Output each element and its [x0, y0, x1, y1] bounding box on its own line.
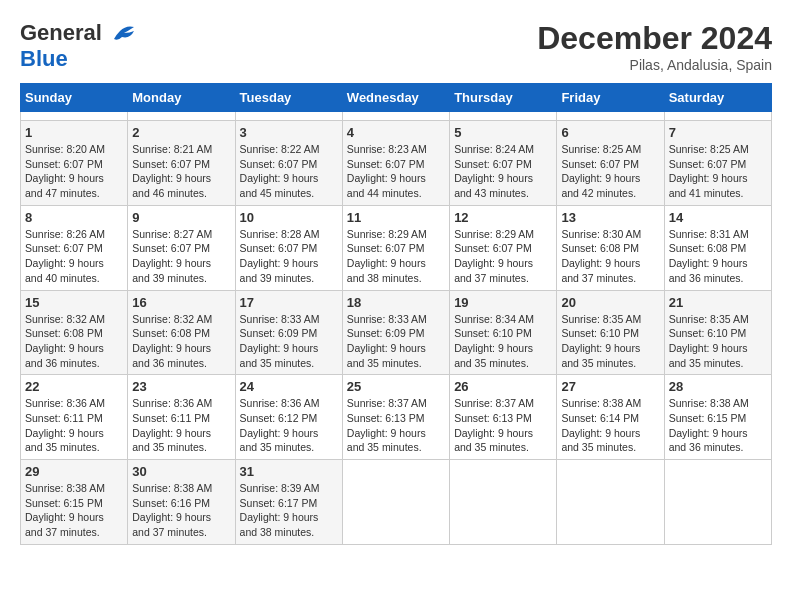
table-row — [557, 112, 664, 121]
table-row: 6Sunrise: 8:25 AMSunset: 6:07 PMDaylight… — [557, 121, 664, 206]
day-info: Sunrise: 8:26 AMSunset: 6:07 PMDaylight:… — [25, 227, 123, 286]
table-row: 11Sunrise: 8:29 AMSunset: 6:07 PMDayligh… — [342, 205, 449, 290]
day-number: 22 — [25, 379, 123, 394]
table-row — [664, 112, 771, 121]
calendar-table: Sunday Monday Tuesday Wednesday Thursday… — [20, 83, 772, 545]
header-monday: Monday — [128, 84, 235, 112]
day-number: 4 — [347, 125, 445, 140]
day-info: Sunrise: 8:32 AMSunset: 6:08 PMDaylight:… — [25, 312, 123, 371]
table-row — [450, 460, 557, 545]
day-info: Sunrise: 8:22 AMSunset: 6:07 PMDaylight:… — [240, 142, 338, 201]
day-info: Sunrise: 8:38 AMSunset: 6:15 PMDaylight:… — [25, 481, 123, 540]
logo-blue: Blue — [20, 46, 68, 71]
table-row — [557, 460, 664, 545]
header-wednesday: Wednesday — [342, 84, 449, 112]
day-info: Sunrise: 8:34 AMSunset: 6:10 PMDaylight:… — [454, 312, 552, 371]
day-number: 8 — [25, 210, 123, 225]
day-number: 21 — [669, 295, 767, 310]
day-number: 16 — [132, 295, 230, 310]
day-info: Sunrise: 8:25 AMSunset: 6:07 PMDaylight:… — [561, 142, 659, 201]
day-info: Sunrise: 8:36 AMSunset: 6:12 PMDaylight:… — [240, 396, 338, 455]
day-info: Sunrise: 8:23 AMSunset: 6:07 PMDaylight:… — [347, 142, 445, 201]
table-row: 15Sunrise: 8:32 AMSunset: 6:08 PMDayligh… — [21, 290, 128, 375]
location-title: Pilas, Andalusia, Spain — [537, 57, 772, 73]
day-number: 19 — [454, 295, 552, 310]
day-info: Sunrise: 8:38 AMSunset: 6:15 PMDaylight:… — [669, 396, 767, 455]
title-section: December 2024 Pilas, Andalusia, Spain — [537, 20, 772, 73]
day-info: Sunrise: 8:24 AMSunset: 6:07 PMDaylight:… — [454, 142, 552, 201]
day-info: Sunrise: 8:37 AMSunset: 6:13 PMDaylight:… — [347, 396, 445, 455]
day-info: Sunrise: 8:21 AMSunset: 6:07 PMDaylight:… — [132, 142, 230, 201]
table-row — [450, 112, 557, 121]
page-header: General Blue December 2024 Pilas, Andalu… — [20, 20, 772, 73]
table-row: 7Sunrise: 8:25 AMSunset: 6:07 PMDaylight… — [664, 121, 771, 206]
header-tuesday: Tuesday — [235, 84, 342, 112]
logo-bird-icon — [106, 23, 134, 43]
day-number: 14 — [669, 210, 767, 225]
day-info: Sunrise: 8:37 AMSunset: 6:13 PMDaylight:… — [454, 396, 552, 455]
day-number: 12 — [454, 210, 552, 225]
table-row: 24Sunrise: 8:36 AMSunset: 6:12 PMDayligh… — [235, 375, 342, 460]
day-number: 24 — [240, 379, 338, 394]
header-saturday: Saturday — [664, 84, 771, 112]
table-row: 8Sunrise: 8:26 AMSunset: 6:07 PMDaylight… — [21, 205, 128, 290]
day-number: 7 — [669, 125, 767, 140]
logo: General Blue — [20, 20, 134, 72]
table-row: 14Sunrise: 8:31 AMSunset: 6:08 PMDayligh… — [664, 205, 771, 290]
day-info: Sunrise: 8:38 AMSunset: 6:14 PMDaylight:… — [561, 396, 659, 455]
day-info: Sunrise: 8:25 AMSunset: 6:07 PMDaylight:… — [669, 142, 767, 201]
table-row: 31Sunrise: 8:39 AMSunset: 6:17 PMDayligh… — [235, 460, 342, 545]
day-number: 3 — [240, 125, 338, 140]
table-row — [21, 112, 128, 121]
day-info: Sunrise: 8:38 AMSunset: 6:16 PMDaylight:… — [132, 481, 230, 540]
calendar-week-row: 1Sunrise: 8:20 AMSunset: 6:07 PMDaylight… — [21, 121, 772, 206]
table-row: 27Sunrise: 8:38 AMSunset: 6:14 PMDayligh… — [557, 375, 664, 460]
day-info: Sunrise: 8:36 AMSunset: 6:11 PMDaylight:… — [132, 396, 230, 455]
day-number: 10 — [240, 210, 338, 225]
table-row — [664, 460, 771, 545]
logo-general: General — [20, 20, 102, 46]
day-info: Sunrise: 8:28 AMSunset: 6:07 PMDaylight:… — [240, 227, 338, 286]
calendar-week-row — [21, 112, 772, 121]
calendar-header-row: Sunday Monday Tuesday Wednesday Thursday… — [21, 84, 772, 112]
day-number: 25 — [347, 379, 445, 394]
day-number: 11 — [347, 210, 445, 225]
day-info: Sunrise: 8:31 AMSunset: 6:08 PMDaylight:… — [669, 227, 767, 286]
day-number: 27 — [561, 379, 659, 394]
day-info: Sunrise: 8:35 AMSunset: 6:10 PMDaylight:… — [669, 312, 767, 371]
table-row: 28Sunrise: 8:38 AMSunset: 6:15 PMDayligh… — [664, 375, 771, 460]
table-row: 2Sunrise: 8:21 AMSunset: 6:07 PMDaylight… — [128, 121, 235, 206]
day-number: 18 — [347, 295, 445, 310]
table-row: 3Sunrise: 8:22 AMSunset: 6:07 PMDaylight… — [235, 121, 342, 206]
table-row — [128, 112, 235, 121]
day-number: 23 — [132, 379, 230, 394]
table-row: 17Sunrise: 8:33 AMSunset: 6:09 PMDayligh… — [235, 290, 342, 375]
day-info: Sunrise: 8:35 AMSunset: 6:10 PMDaylight:… — [561, 312, 659, 371]
day-info: Sunrise: 8:33 AMSunset: 6:09 PMDaylight:… — [240, 312, 338, 371]
calendar-week-row: 22Sunrise: 8:36 AMSunset: 6:11 PMDayligh… — [21, 375, 772, 460]
table-row — [342, 112, 449, 121]
table-row: 22Sunrise: 8:36 AMSunset: 6:11 PMDayligh… — [21, 375, 128, 460]
table-row: 12Sunrise: 8:29 AMSunset: 6:07 PMDayligh… — [450, 205, 557, 290]
table-row: 5Sunrise: 8:24 AMSunset: 6:07 PMDaylight… — [450, 121, 557, 206]
day-number: 31 — [240, 464, 338, 479]
day-info: Sunrise: 8:27 AMSunset: 6:07 PMDaylight:… — [132, 227, 230, 286]
day-number: 6 — [561, 125, 659, 140]
day-number: 26 — [454, 379, 552, 394]
day-number: 15 — [25, 295, 123, 310]
day-number: 30 — [132, 464, 230, 479]
table-row — [342, 460, 449, 545]
table-row: 19Sunrise: 8:34 AMSunset: 6:10 PMDayligh… — [450, 290, 557, 375]
day-info: Sunrise: 8:30 AMSunset: 6:08 PMDaylight:… — [561, 227, 659, 286]
day-number: 2 — [132, 125, 230, 140]
day-info: Sunrise: 8:20 AMSunset: 6:07 PMDaylight:… — [25, 142, 123, 201]
table-row: 10Sunrise: 8:28 AMSunset: 6:07 PMDayligh… — [235, 205, 342, 290]
day-number: 20 — [561, 295, 659, 310]
day-info: Sunrise: 8:39 AMSunset: 6:17 PMDaylight:… — [240, 481, 338, 540]
table-row: 26Sunrise: 8:37 AMSunset: 6:13 PMDayligh… — [450, 375, 557, 460]
header-thursday: Thursday — [450, 84, 557, 112]
day-number: 29 — [25, 464, 123, 479]
table-row: 21Sunrise: 8:35 AMSunset: 6:10 PMDayligh… — [664, 290, 771, 375]
calendar-week-row: 15Sunrise: 8:32 AMSunset: 6:08 PMDayligh… — [21, 290, 772, 375]
table-row: 13Sunrise: 8:30 AMSunset: 6:08 PMDayligh… — [557, 205, 664, 290]
